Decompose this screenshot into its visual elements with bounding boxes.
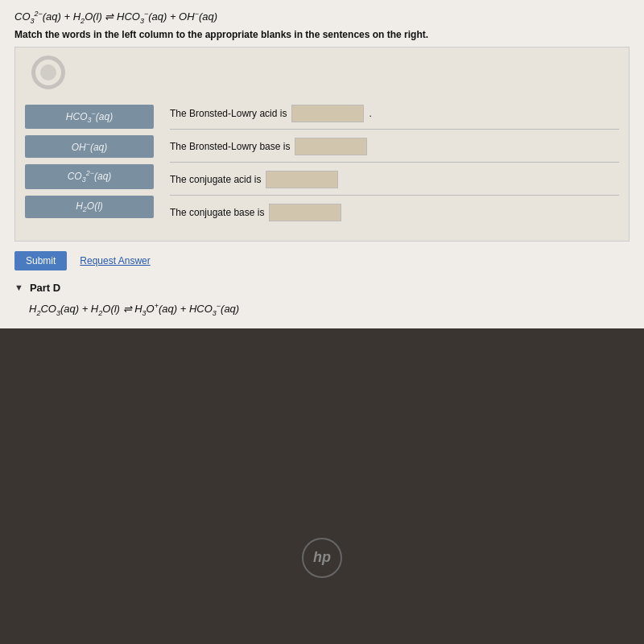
sentence-label-bronsted-base: The Bronsted-Lowry base is [170,141,290,152]
sentence-row-bronsted-base: The Bronsted-Lowry base is [170,138,619,163]
triangle-icon: ▼ [14,283,23,292]
answer-box-conjugate-base[interactable] [269,204,341,221]
hp-logo: hp [302,538,342,578]
left-column: HCO3−(aq) OH−(aq) CO32−(aq) H2O(l) [25,105,154,228]
part-d-row: ▼ Part D [14,282,630,294]
equation-part-d: H2CO3(aq) + H2O(l) ⇌ H3O+(aq) + HCO3−(aq… [14,302,630,317]
answer-box-bronsted-acid[interactable] [291,105,364,122]
watermark-logo [31,56,76,92]
answer-box-bronsted-base[interactable] [295,138,367,155]
sentence-label-bronsted-acid: The Bronsted-Lowry acid is [170,108,287,119]
exercise-box: HCO3−(aq) OH−(aq) CO32−(aq) H2O(l) The B… [14,47,630,242]
term-oh[interactable]: OH−(aq) [25,135,154,158]
bottom-bar: Submit Request Answer [14,251,630,270]
dark-bottom-section: hp [0,328,644,602]
term-hco3[interactable]: HCO3−(aq) [25,105,154,129]
equation-top: CO32−(aq) + H2O(l) ⇌ HCO3−(aq) + OH−(aq) [14,10,630,25]
sentence-row-conjugate-acid: The conjugate acid is [170,171,619,196]
request-answer-link[interactable]: Request Answer [80,255,150,266]
sentence-label-conjugate-acid: The conjugate acid is [170,174,261,185]
term-h2o[interactable]: H2O(l) [25,196,154,218]
instruction: Match the words in the left column to th… [14,29,630,40]
submit-button[interactable]: Submit [14,251,67,270]
page-content: CO32−(aq) + H2O(l) ⇌ HCO3−(aq) + OH−(aq)… [0,0,644,328]
right-column: The Bronsted-Lowry acid is . The Bronste… [170,105,619,228]
part-d-label: Part D [30,282,60,294]
sentence-label-conjugate-base: The conjugate base is [170,207,264,218]
sentence-row-conjugate-base: The conjugate base is [170,204,619,228]
period-bronsted-acid: . [369,108,371,119]
sentence-row-bronsted-acid: The Bronsted-Lowry acid is . [170,105,619,130]
term-co3[interactable]: CO32−(aq) [25,164,154,188]
answer-box-conjugate-acid[interactable] [266,171,338,188]
